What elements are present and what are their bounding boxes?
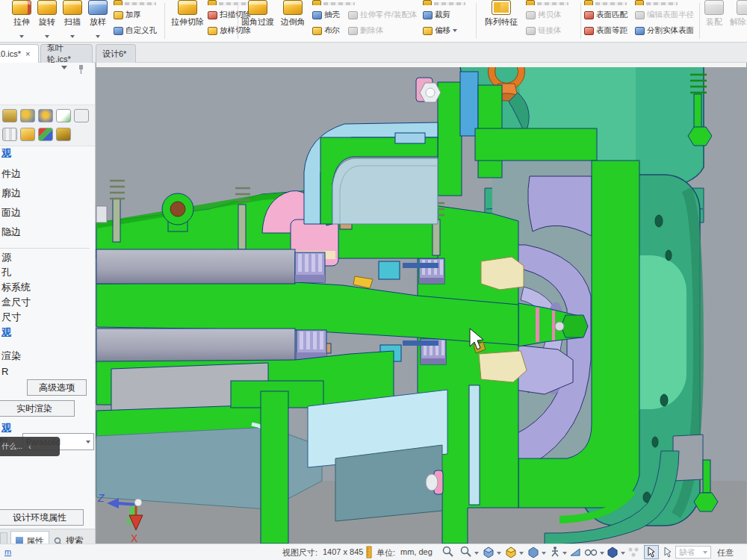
dark-cube-icon[interactable] <box>607 546 619 558</box>
chevron-down-icon[interactable] <box>497 552 501 555</box>
grid-icon[interactable] <box>2 128 17 141</box>
ribbon-divider <box>164 3 165 39</box>
surface-offset-button[interactable]: 表面等距 <box>584 24 627 37</box>
ribbon-divider <box>580 3 581 39</box>
chamfer-button[interactable]: 边倒角 <box>276 0 309 28</box>
view-option-light[interactable]: 源 <box>1 251 11 264</box>
material-icon[interactable] <box>20 109 35 122</box>
split-solid-face-button[interactable]: 分割实体表面 <box>635 24 694 37</box>
surface-match-icon <box>584 11 594 19</box>
model-viewport[interactable]: Z X <box>96 63 747 544</box>
shade-cube-icon[interactable] <box>505 546 517 558</box>
view-size-label: 视图尺寸: <box>282 547 317 559</box>
trim-button[interactable]: 裁剪 <box>423 8 450 22</box>
sweep-button[interactable]: 扫描 <box>60 0 85 41</box>
design-env-properties-button[interactable]: 设计环境属性 <box>0 509 84 526</box>
realtime-render-button[interactable]: 实时渲染 <box>0 400 75 417</box>
sweep-cut-icon <box>208 11 217 19</box>
snap-value: 缺省 <box>679 547 695 558</box>
surface-match-button[interactable]: 表面匹配 <box>584 8 627 22</box>
view-option-render[interactable]: 渲染 <box>1 349 21 363</box>
fillet-icon <box>248 0 267 15</box>
surface-offset-icon <box>584 27 594 35</box>
custom-hole-button[interactable]: 自定义孔 <box>114 24 157 37</box>
view-option-link[interactable]: 观 <box>1 326 11 339</box>
copy-body-button[interactable]: 拷贝体 <box>526 8 562 22</box>
tab-pump-impeller[interactable]: 泵叶轮.ics* <box>40 44 93 63</box>
extrude-button[interactable]: 拉伸 <box>9 0 34 41</box>
view-option-box-size[interactable]: 盒尺寸 <box>1 296 31 309</box>
advanced-options-button[interactable]: 高级选项 <box>27 379 87 396</box>
view-option-r[interactable]: R <box>1 366 8 377</box>
arrow-icon[interactable] <box>663 547 672 558</box>
chamfer-icon <box>283 0 303 15</box>
extrude-icon <box>12 0 31 15</box>
close-icon[interactable]: × <box>25 49 30 58</box>
link-body-icon <box>526 27 536 35</box>
frame-icon[interactable] <box>74 109 89 122</box>
view-size-value: 1407 x 845 <box>323 547 363 556</box>
chevron-down-icon[interactable] <box>621 552 625 555</box>
loft-button[interactable]: 放样 <box>85 0 111 41</box>
zoom-options-icon[interactable] <box>460 546 472 558</box>
tools-icon[interactable] <box>56 128 71 141</box>
chevron-down-icon[interactable] <box>562 552 567 555</box>
extrude-part-assembly-button[interactable]: 拉伸零件/装配体 <box>348 8 417 22</box>
view-option-coord-system[interactable]: 标系统 <box>1 281 31 294</box>
view-cube-icon[interactable] <box>483 546 495 558</box>
tab-design6[interactable]: 设计6* <box>96 44 136 63</box>
disassemble-button[interactable]: 解除装配 <box>728 0 747 28</box>
walk-icon[interactable] <box>550 546 560 558</box>
render-settings-icon[interactable] <box>2 109 17 122</box>
shield-badge-icon[interactable] <box>38 109 53 122</box>
document-tab-bar: 10.ics* × 泵叶轮.ics* 设计6* <box>0 43 747 63</box>
revolve-button[interactable]: 旋转 <box>34 0 60 41</box>
panel-collapse-chevron-icon[interactable] <box>61 66 67 69</box>
display-cube-icon[interactable] <box>527 546 539 558</box>
pattern-feature-button[interactable]: 阵列特征 <box>481 0 521 28</box>
fillet-button[interactable]: 圆角过渡 <box>241 0 275 28</box>
link-body-button[interactable]: 链接体 <box>526 24 562 37</box>
select-arrow-icon <box>647 547 656 558</box>
chevron-down-icon[interactable] <box>600 552 604 555</box>
extrude-cut-button[interactable]: 拉伸切除 <box>169 0 206 28</box>
view-option-hole[interactable]: 孔 <box>1 266 11 279</box>
chevron-down-icon[interactable] <box>519 552 524 555</box>
extrude-label: 拉伸 <box>9 16 34 28</box>
zoom-icon[interactable] <box>442 546 454 558</box>
offset-button[interactable]: 偏移 <box>423 24 457 37</box>
chevron-down-icon[interactable] <box>474 552 479 555</box>
shell-button[interactable]: 抽壳 <box>312 8 340 22</box>
ruler-icon <box>365 546 373 559</box>
glasses-icon[interactable] <box>584 546 598 558</box>
display-option-hidden-edges[interactable]: 隐边 <box>1 225 21 239</box>
display-option-section-edges[interactable]: 面边 <box>1 206 21 220</box>
assemble-button[interactable]: 装配 <box>702 0 726 28</box>
delete-body-button[interactable]: 删除体 <box>348 24 384 37</box>
snap-dropdown[interactable]: 缺省 <box>675 546 711 559</box>
revolve-icon <box>37 0 57 15</box>
chevron-down-icon <box>453 29 457 32</box>
thicken-button[interactable]: 加厚 <box>114 8 141 22</box>
display-option-part-edges[interactable]: 件边 <box>1 167 21 181</box>
annotate-icon[interactable] <box>56 109 71 122</box>
wedge-icon[interactable] <box>569 546 581 558</box>
edit-surface-radius-button[interactable]: 编辑表面半径 <box>635 8 694 22</box>
box-icon[interactable] <box>20 128 35 141</box>
tab-label: 泵叶轮.ics* <box>47 43 86 65</box>
pin-icon[interactable] <box>76 64 85 75</box>
axis-x-label: X <box>131 532 138 544</box>
display-option-link[interactable]: 观 <box>1 146 11 160</box>
axis-z-label: Z <box>97 492 105 504</box>
clipped-toolbar-row <box>584 0 627 5</box>
watermark-link[interactable]: m <box>4 547 11 556</box>
clipped-toolbar-row <box>423 0 465 5</box>
panel-link-fragment[interactable]: 观 <box>1 421 11 435</box>
chevron-down-icon[interactable] <box>542 552 546 555</box>
tab-10ics[interactable]: 10.ics* × <box>0 44 39 63</box>
display-option-silhouette-edges[interactable]: 廓边 <box>1 187 21 200</box>
boolean-button[interactable]: 布尔 <box>312 24 340 37</box>
chevron-down-icon <box>45 35 49 38</box>
view-option-size[interactable]: 尺寸 <box>1 311 21 324</box>
axis-triad-icon[interactable] <box>38 128 53 141</box>
